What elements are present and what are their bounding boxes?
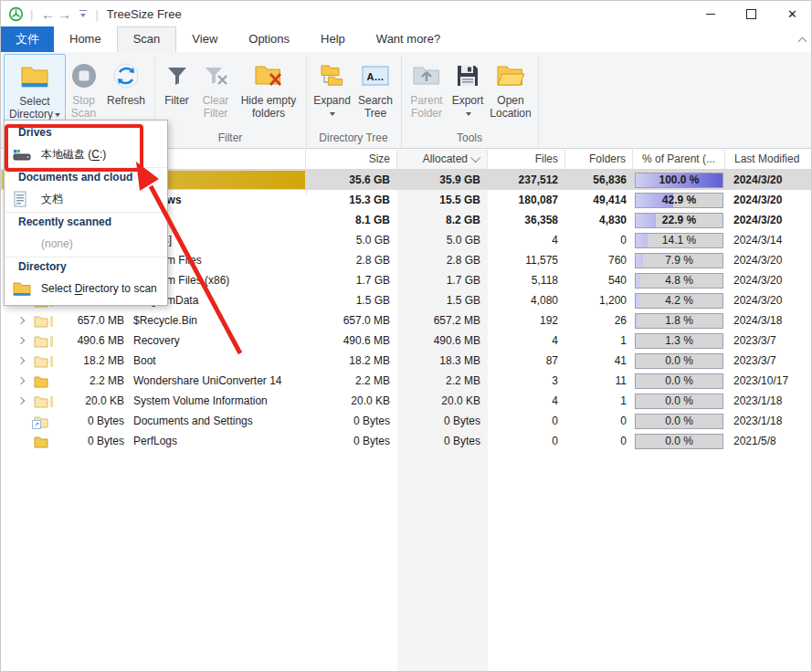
table-row[interactable]: ↗ 0 Bytes Documents and Settings 0 Bytes… — [1, 411, 812, 431]
folder-icon: ↗ — [34, 334, 48, 347]
close-button[interactable]: ✕ — [772, 1, 812, 26]
folders-cell: 760 — [565, 250, 633, 270]
column-header-percent-of-parent[interactable]: % of Parent (... — [633, 150, 725, 169]
expand-chevron-icon[interactable] — [17, 377, 25, 384]
folder-icon: ↗ — [34, 314, 48, 327]
percent-bar: 100.0 % — [635, 173, 723, 188]
folders-cell: 0 — [565, 411, 633, 431]
shortcut-badge-icon: ↗ — [32, 420, 41, 429]
menu-item-local-disk-c[interactable]: 本地磁盘 (C:) — [5, 142, 167, 167]
open-location-button[interactable]: OpenLocation — [487, 54, 534, 120]
expand-chevron-icon[interactable] — [17, 357, 25, 364]
expand-button[interactable]: Expand — [311, 54, 353, 120]
table-row[interactable]: ↗ 18.2 MB Boot 18.2 MB 18.3 MB 87 41 0.0… — [1, 351, 812, 371]
allocated-cell: 2.2 MB — [397, 371, 488, 391]
percent-cell: 1.3 % — [633, 331, 725, 351]
minimize-button[interactable] — [690, 1, 731, 26]
tab-file[interactable]: 文件 — [1, 26, 54, 52]
folders-cell: 0 — [565, 230, 633, 250]
tab-view[interactable]: View — [176, 26, 233, 52]
files-cell: 3 — [488, 371, 565, 391]
last-modified-cell: 2023/1/18 — [725, 411, 812, 431]
last-modified-cell: 2023/3/7 — [725, 351, 812, 371]
files-cell: 4,080 — [488, 290, 565, 310]
tree-size-label: 2.2 MB — [54, 371, 124, 391]
percent-label: 4.2 % — [636, 294, 722, 308]
tree-cell[interactable]: ↗ 490.6 MB Recovery — [1, 331, 306, 351]
tree-cell[interactable]: ↗ 0 Bytes Documents and Settings — [1, 411, 306, 431]
files-cell: 11,575 — [488, 250, 565, 270]
folder-icon: ↗ — [34, 394, 48, 407]
allocated-cell: 0 Bytes — [397, 411, 488, 431]
group-label-tools: Tools — [401, 131, 538, 144]
folder-icon: ↗ — [34, 354, 48, 367]
tree-name-label: System Volume Information — [133, 391, 268, 411]
hide-empty-folders-button[interactable]: Hide emptyfolders — [236, 54, 301, 120]
table-row[interactable]: ↗ 657.0 MB $Recycle.Bin 657.0 MB 657.2 M… — [1, 310, 812, 331]
percent-bar: 14.1 % — [635, 233, 723, 248]
percent-label: 1.8 % — [636, 314, 722, 328]
folders-cell: 4,830 — [565, 210, 633, 230]
column-header-last-modified[interactable]: Last Modified — [725, 150, 812, 169]
expand-chevron-icon[interactable] — [17, 317, 25, 324]
menu-item-none: (none) — [5, 231, 167, 257]
hide-empty-folders-icon — [254, 58, 283, 94]
menu-item-documents[interactable]: 文档 — [5, 186, 167, 212]
size-cell: 0 Bytes — [306, 411, 397, 431]
tab-home[interactable]: Home — [54, 26, 117, 52]
expand-chevron-icon[interactable] — [17, 337, 25, 344]
column-header-size[interactable]: Size — [306, 150, 397, 169]
select-directory-button[interactable]: Select Directory — [4, 54, 66, 121]
tab-scan[interactable]: Scan — [117, 26, 177, 52]
column-header-allocated[interactable]: Allocated — [397, 150, 488, 169]
search-tree-button[interactable]: A… SearchTree — [353, 54, 397, 120]
folders-cell: 49,414 — [565, 190, 633, 210]
tab-help[interactable]: Help — [305, 26, 361, 52]
files-cell: 36,358 — [488, 210, 565, 230]
expand-chevron-icon[interactable] — [17, 397, 25, 404]
tree-cell[interactable]: ↗ 657.0 MB $Recycle.Bin — [1, 310, 306, 331]
back-icon[interactable]: ← — [39, 6, 56, 22]
tree-size-label: 18.2 MB — [54, 351, 124, 371]
files-cell: 0 — [488, 431, 565, 451]
percent-bar: 0.0 % — [635, 434, 723, 449]
mini-percent-bar — [50, 336, 53, 347]
filter-icon — [164, 58, 190, 94]
export-button[interactable]: Export — [448, 54, 487, 120]
folder-icon: ↗ — [34, 435, 48, 447]
forward-icon[interactable]: → — [56, 6, 72, 22]
percent-cell: 0.0 % — [633, 351, 725, 371]
tree-cell[interactable]: ↗ 0 Bytes PerfLogs — [1, 431, 306, 451]
table-row[interactable]: ↗ 490.6 MB Recovery 490.6 MB 490.6 MB 4 … — [1, 331, 812, 351]
maximize-button[interactable] — [731, 1, 772, 26]
table-row[interactable]: ↗ 20.0 KB System Volume Information 20.0… — [1, 391, 812, 411]
parent-folder-icon — [412, 58, 441, 94]
tab-want-more[interactable]: Want more? — [361, 26, 456, 52]
percent-label: 22.9 % — [636, 214, 722, 227]
percent-label: 0.0 % — [636, 374, 722, 388]
tree-cell[interactable]: ↗ 18.2 MB Boot — [1, 351, 306, 371]
dropdown-caret-icon — [466, 112, 471, 116]
files-cell: 237,512 — [488, 170, 565, 190]
percent-bar: 4.8 % — [635, 273, 723, 289]
quick-access-dropdown-icon[interactable] — [78, 9, 89, 18]
tree-cell[interactable]: ↗ 20.0 KB System Volume Information — [1, 391, 306, 411]
size-cell: 18.2 MB — [306, 351, 397, 371]
column-header-folders[interactable]: Folders — [565, 150, 633, 169]
refresh-button[interactable]: Refresh — [101, 54, 151, 107]
last-modified-cell: 2021/5/8 — [725, 431, 812, 451]
table-row[interactable]: ↗ 0 Bytes PerfLogs 0 Bytes 0 Bytes 0 0 0… — [1, 431, 812, 451]
treesize-window: { "titlebar": { "app_title": "TreeSize F… — [0, 0, 812, 672]
dropdown-header-recently-scanned: Recently scanned — [5, 212, 167, 231]
table-row[interactable]: ↗ 2.2 MB Wondershare UniConverter 14 2.2… — [1, 371, 812, 391]
column-header-files[interactable]: Files — [488, 150, 565, 169]
tree-cell[interactable]: ↗ 2.2 MB Wondershare UniConverter 14 — [1, 371, 306, 391]
tree-name-label: Boot — [133, 351, 156, 371]
size-cell: 2.8 GB — [306, 250, 397, 270]
menu-item-select-directory-to-scan[interactable]: Select Directory to scan — [5, 276, 167, 301]
tree-size-label: 20.0 KB — [54, 391, 124, 411]
collapse-ribbon-icon[interactable] — [798, 36, 807, 43]
filter-button[interactable]: Filter — [158, 54, 195, 107]
tab-options[interactable]: Options — [233, 26, 305, 52]
folder-icon: ↗ — [34, 415, 48, 427]
